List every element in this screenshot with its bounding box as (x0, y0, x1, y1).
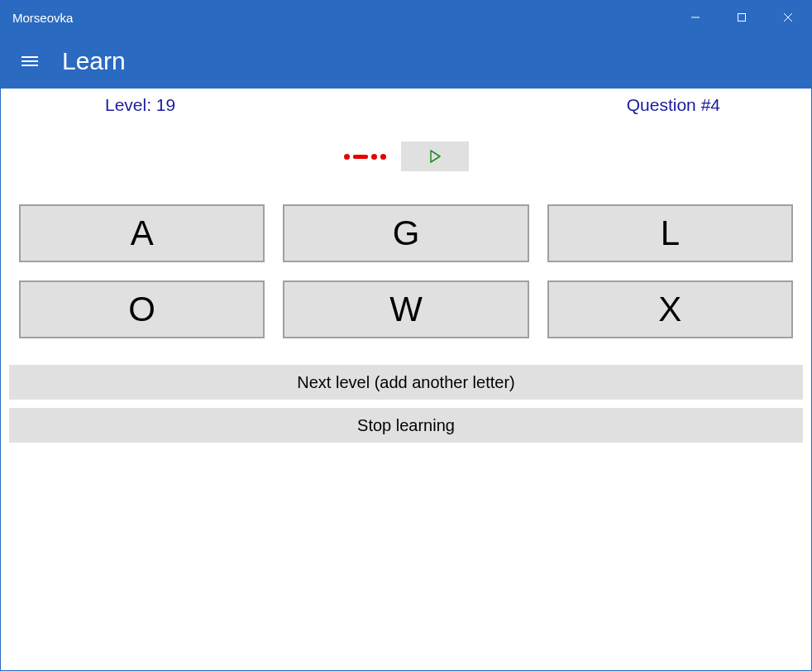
play-icon (428, 150, 442, 163)
close-icon (783, 12, 793, 22)
menu-button[interactable] (12, 44, 47, 79)
letter-button-2[interactable]: L (547, 204, 793, 262)
morse-pattern (344, 154, 386, 160)
titlebar: Morseovka (1, 1, 811, 34)
svg-marker-4 (431, 151, 440, 162)
letter-button-3[interactable]: O (19, 280, 265, 338)
stop-learning-button[interactable]: Stop learning (9, 408, 803, 443)
app-window: Morseovka Learn Level: 19 Question #4 (0, 0, 812, 671)
app-header: Learn (1, 34, 811, 89)
letter-grid: A G L O W X (1, 171, 811, 338)
status-row: Level: 19 Question #4 (1, 89, 811, 115)
level-label: Level: 19 (105, 95, 175, 115)
window-controls (672, 1, 811, 34)
svg-rect-1 (738, 14, 746, 22)
letter-button-4[interactable]: W (283, 280, 528, 338)
maximize-icon (737, 12, 747, 22)
hamburger-icon (21, 56, 38, 66)
maximize-button[interactable] (719, 1, 765, 34)
window-title: Morseovka (1, 11, 73, 25)
content-area: Level: 19 Question #4 A G L O W X Next l… (1, 89, 811, 670)
letter-button-1[interactable]: G (283, 204, 528, 262)
close-button[interactable] (765, 1, 811, 34)
play-button[interactable] (401, 141, 469, 171)
question-label: Question #4 (627, 95, 720, 115)
page-title: Learn (62, 47, 126, 75)
morse-row (1, 141, 811, 171)
minimize-button[interactable] (672, 1, 719, 34)
next-level-button[interactable]: Next level (add another letter) (9, 365, 803, 400)
bottom-actions: Next level (add another letter) Stop lea… (1, 338, 811, 443)
letter-button-0[interactable]: A (19, 204, 265, 262)
letter-button-5[interactable]: X (547, 280, 793, 338)
minimize-icon (690, 12, 700, 22)
